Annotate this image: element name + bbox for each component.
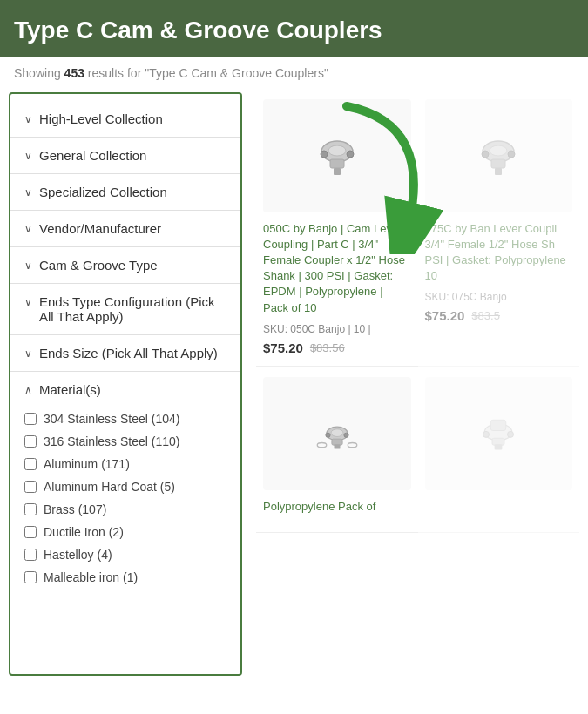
chevron-down-icon xyxy=(24,186,32,199)
svg-point-17 xyxy=(344,433,348,437)
svg-rect-23 xyxy=(495,444,503,449)
svg-rect-15 xyxy=(334,444,340,448)
sidebar-item-general[interactable]: General Collection xyxy=(10,138,240,174)
product-card[interactable]: 050C by Banjo | Cam Lever Coupling | Par… xyxy=(256,89,418,367)
sidebar-item-label: General Collection xyxy=(39,148,146,163)
product-price: $75.20 $83.5 xyxy=(425,308,573,323)
sidebar-item-label: Ends Size (Pick All That Apply) xyxy=(39,346,218,360)
product-area: 050C by Banjo | Cam Lever Coupling | Par… xyxy=(242,89,579,676)
results-count: 453 xyxy=(64,66,84,80)
page-title: Type C Cam & Groove Couplers xyxy=(14,16,574,45)
material-checkbox[interactable] xyxy=(24,503,37,515)
price-original: $83.56 xyxy=(310,341,345,354)
svg-point-16 xyxy=(326,433,330,437)
product-title: 075C by Ban Lever Coupli 3/4" Female 1/2… xyxy=(425,221,573,285)
chevron-down-icon xyxy=(24,113,32,125)
svg-rect-26 xyxy=(491,420,507,430)
sidebar-item-ends-type[interactable]: Ends Type Configuration (Pick All That A… xyxy=(10,284,240,335)
material-checkbox[interactable] xyxy=(24,458,37,470)
material-label: Aluminum (171) xyxy=(44,457,130,471)
product-image-wrap xyxy=(425,99,573,212)
material-checkbox[interactable] xyxy=(24,549,37,561)
material-checkbox[interactable] xyxy=(24,526,37,538)
sidebar-item-vendor[interactable]: Vendor/Manufacturer xyxy=(10,211,240,247)
material-label: Malleable iron (1) xyxy=(44,570,138,584)
sidebar-item-ends-size[interactable]: Ends Size (Pick All That Apply) xyxy=(10,335,240,372)
price-current: $75.20 xyxy=(425,308,465,323)
product-grid: 050C by Banjo | Cam Lever Coupling | Par… xyxy=(256,89,579,533)
chevron-up-icon xyxy=(24,384,32,396)
price-current: $75.20 xyxy=(263,340,303,355)
sidebar-item-label: Cam & Groove Type xyxy=(39,258,158,273)
svg-rect-8 xyxy=(491,159,505,168)
chevron-down-icon xyxy=(24,223,32,235)
product-image-wrap xyxy=(263,377,411,490)
material-checkbox[interactable] xyxy=(24,413,37,425)
material-label: Aluminum Hard Coat (5) xyxy=(44,480,175,494)
svg-rect-22 xyxy=(492,438,504,445)
svg-rect-2 xyxy=(330,159,344,168)
svg-point-20 xyxy=(348,442,357,447)
product-image-wrap xyxy=(263,99,411,212)
product-card[interactable] xyxy=(418,367,580,533)
results-suffix: results for "Type C Cam & Groove Coupler… xyxy=(84,66,328,80)
results-bar: Showing 453 results for "Type C Cam & Gr… xyxy=(0,57,588,89)
material-checkbox[interactable] xyxy=(24,435,37,448)
svg-point-11 xyxy=(508,151,515,158)
svg-point-5 xyxy=(347,151,354,158)
material-label: Ductile Iron (2) xyxy=(44,525,124,539)
material-item[interactable]: Hastelloy (4) xyxy=(10,543,240,566)
svg-point-19 xyxy=(317,442,327,447)
results-prefix: Showing xyxy=(14,66,64,80)
chevron-down-icon xyxy=(24,150,32,162)
sidebar-filter-panel: High-Level Collection General Collection… xyxy=(9,92,242,676)
page-header: Type C Cam & Groove Couplers xyxy=(0,0,588,57)
material-item[interactable]: 304 Stainless Steel (104) xyxy=(10,408,240,430)
svg-point-10 xyxy=(482,151,489,158)
sidebar-item-cam-groove[interactable]: Cam & Groove Type xyxy=(10,247,240,284)
material-item[interactable]: Aluminum (171) xyxy=(10,453,240,475)
material-label: 304 Stainless Steel (104) xyxy=(44,412,179,426)
svg-point-12 xyxy=(490,145,507,156)
chevron-down-icon xyxy=(24,296,32,308)
svg-point-4 xyxy=(321,151,328,158)
material-label: Hastelloy (4) xyxy=(44,548,112,562)
svg-rect-9 xyxy=(495,168,502,175)
product-card[interactable]: Polypropylene Pack of xyxy=(256,367,418,533)
material-checkbox[interactable] xyxy=(24,481,37,493)
svg-point-18 xyxy=(331,428,343,436)
sidebar-item-label: High-Level Collection xyxy=(39,111,163,126)
material-item[interactable]: Aluminum Hard Coat (5) xyxy=(10,475,240,498)
sidebar-item-label: Ends Type Configuration (Pick All That A… xyxy=(39,294,226,324)
svg-rect-3 xyxy=(334,168,341,175)
product-sku: SKU: 075C Banjo xyxy=(425,291,573,303)
sidebar-item-label: Vendor/Manufacturer xyxy=(39,221,161,236)
product-price: $75.20 $83.56 xyxy=(263,340,411,355)
svg-point-24 xyxy=(483,431,490,437)
sidebar-item-label: Specialized Collection xyxy=(39,185,167,199)
product-sku: SKU: 050C Banjo | 10 | xyxy=(263,323,411,335)
chevron-down-icon xyxy=(24,259,32,272)
product-card[interactable]: 075C by Ban Lever Coupli 3/4" Female 1/2… xyxy=(418,89,580,367)
material-item[interactable]: Malleable iron (1) xyxy=(10,566,240,589)
chevron-down-icon xyxy=(24,347,32,360)
materials-list: 304 Stainless Steel (104)316 Stainless S… xyxy=(10,401,240,592)
material-label: Brass (107) xyxy=(44,502,106,516)
price-original: $83.5 xyxy=(471,309,500,322)
svg-point-25 xyxy=(508,431,514,437)
material-item[interactable]: 316 Stainless Steel (110) xyxy=(10,430,240,453)
svg-point-6 xyxy=(328,145,346,156)
sidebar-item-label: Material(s) xyxy=(39,382,101,397)
material-checkbox[interactable] xyxy=(24,571,37,583)
product-title: Polypropylene Pack of xyxy=(263,499,411,515)
svg-rect-14 xyxy=(332,439,342,445)
product-image-wrap xyxy=(425,377,573,490)
sidebar-item-materials[interactable]: Material(s) 304 Stainless Steel (104)316… xyxy=(10,372,240,592)
sidebar-item-high-level[interactable]: High-Level Collection xyxy=(10,101,240,138)
product-title: 050C by Banjo | Cam Lever Coupling | Par… xyxy=(263,221,411,316)
sidebar-item-specialized[interactable]: Specialized Collection xyxy=(10,174,240,211)
material-item[interactable]: Brass (107) xyxy=(10,498,240,521)
material-label: 316 Stainless Steel (110) xyxy=(44,434,179,448)
material-item[interactable]: Ductile Iron (2) xyxy=(10,521,240,543)
